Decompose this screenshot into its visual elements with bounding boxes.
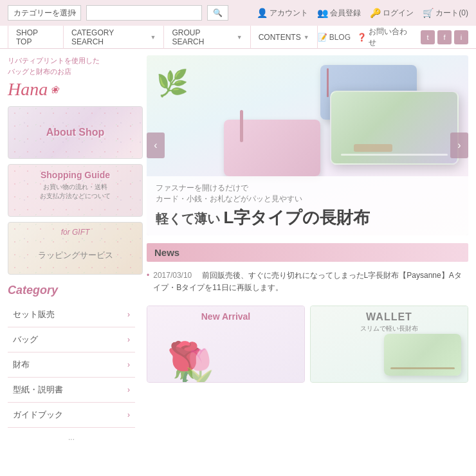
category-arrow-icon-1: › xyxy=(127,335,130,344)
header-left: カテゴリーを選択 🔍 xyxy=(8,5,228,21)
blog-link[interactable]: 📝 BLOG xyxy=(318,33,351,42)
sidebar: リバティプリントを使用した バッグと財布のお店 Hana ❀ About Sho… xyxy=(0,49,142,453)
flower-decoration: ❀ xyxy=(50,84,59,96)
search-button[interactable]: 🔍 xyxy=(207,5,228,21)
nav-bar: SHOP TOP CATEGORY SEARCH ▼ GROUP SEARCH … xyxy=(0,26,476,49)
login-label: ログイン xyxy=(383,8,414,19)
category-item-pattern[interactable]: 型紙・説明書 › xyxy=(8,378,135,403)
bag-image-2 xyxy=(330,91,459,165)
login-icon xyxy=(370,8,381,18)
register-label: 会員登録 xyxy=(330,8,361,19)
account-link[interactable]: アカウント xyxy=(257,8,308,19)
register-icon xyxy=(317,8,328,18)
news-text-0: 2017/03/10 前回販売後、すぐに売り切れになってしまったL字長財布【Pa… xyxy=(153,270,468,294)
category-item-set[interactable]: セット販売 › xyxy=(8,302,135,327)
social-icons: t f i xyxy=(421,30,468,44)
nav-contents[interactable]: CONTENTS ▼ xyxy=(251,26,318,49)
category-arrow-icon-4: › xyxy=(127,410,130,419)
rose-decoration-2: 🌷 xyxy=(179,350,219,382)
main-area: 🌿 ファスナーを開けるだけでカード・小銭・お札などがパッと見やすい 軽くて薄い … xyxy=(142,49,476,453)
news-item-0: • 2017/03/10 前回販売後、すぐに売り切れになってしまったL字長財布【… xyxy=(147,267,468,297)
shop-tagline: リバティプリントを使用した バッグと財布のお店 xyxy=(8,55,135,77)
category-item-guide[interactable]: ガイドブック › xyxy=(8,403,135,428)
slideshow: 🌿 ファスナーを開けるだけでカード・小銭・お札などがパッと見やすい 軽くて薄い … xyxy=(147,55,468,235)
inquiry-link[interactable]: ❓ お問い合わせ xyxy=(357,26,414,48)
facebook-icon[interactable]: f xyxy=(437,30,452,44)
category-arrow-icon-3: › xyxy=(127,385,130,394)
wallet-box[interactable]: WALLET スリムで軽い長財布 xyxy=(310,306,468,383)
more-category: ... xyxy=(8,428,135,447)
new-arrival-label: New Arrival xyxy=(201,311,251,322)
search-input[interactable] xyxy=(86,5,202,21)
category-arrow-icon-2: › xyxy=(127,360,130,369)
account-label: アカウント xyxy=(270,8,308,19)
nav-right: 📝 BLOG ❓ お問い合わせ t f i xyxy=(318,26,468,48)
plant-decoration: 🌿 xyxy=(156,68,188,98)
category-arrow-icon-0: › xyxy=(127,310,130,319)
category-title: Category xyxy=(8,284,135,297)
banner-shopping[interactable]: Shopping Guide お買い物の流れ・送料お支払方法などについて xyxy=(8,164,143,217)
nav-group-search[interactable]: GROUP SEARCH ▼ xyxy=(164,26,250,49)
main-content: リバティプリントを使用した バッグと財布のお店 Hana ❀ About Sho… xyxy=(0,49,476,453)
inquiry-icon: ❓ xyxy=(357,33,367,42)
slide-main-text: 軽くて薄い L字タイプの長財布 xyxy=(156,206,459,229)
shop-logo: Hana ❀ xyxy=(8,79,135,100)
category-section: Category セット販売 › バッグ › 財布 › 型紙・説明書 › ガイド… xyxy=(8,284,135,428)
login-link[interactable]: ログイン xyxy=(370,8,414,19)
about-banner-label: About Shop xyxy=(46,127,105,138)
gift-banner-for: for GIFT xyxy=(8,228,142,237)
bag-image-3 xyxy=(224,120,320,176)
news-bullet-icon: • xyxy=(147,270,149,294)
header-right: アカウント 会員登録 ログイン カート(0) xyxy=(257,8,468,19)
register-link[interactable]: 会員登録 xyxy=(317,8,361,19)
nav-category-search[interactable]: CATEGORY SEARCH ▼ xyxy=(64,26,164,49)
nav-left: SHOP TOP CATEGORY SEARCH ▼ GROUP SEARCH … xyxy=(8,26,318,49)
cart-link[interactable]: カート(0) xyxy=(423,8,468,19)
account-icon xyxy=(257,8,268,18)
category-item-wallet[interactable]: 財布 › xyxy=(8,352,135,378)
news-header: News xyxy=(147,243,468,262)
shopping-banner-label: Shopping Guide xyxy=(8,170,142,180)
cart-icon xyxy=(423,8,434,18)
wallet-label: WALLET xyxy=(366,311,412,323)
category-item-bag[interactable]: バッグ › xyxy=(8,327,135,352)
slide-prev-button[interactable]: ‹ xyxy=(147,133,165,158)
news-section: News • 2017/03/10 前回販売後、すぐに売り切れになってしまったL… xyxy=(147,243,468,297)
wallet-image-sim xyxy=(384,334,461,376)
group-search-arrow-icon: ▼ xyxy=(237,34,243,41)
contents-arrow-icon: ▼ xyxy=(304,34,309,41)
category-select-wrapper[interactable]: カテゴリーを選択 xyxy=(8,5,81,21)
banner-about[interactable]: About Shop xyxy=(8,106,143,159)
new-arrival-box[interactable]: 🌹 🌷 New Arrival xyxy=(147,306,305,383)
category-search-arrow-icon: ▼ xyxy=(150,34,156,41)
wallet-sub-label: スリムで軽い長財布 xyxy=(360,324,418,333)
bottom-section: 🌹 🌷 New Arrival WALLET スリムで軽い長財布 xyxy=(147,306,468,383)
header-top: カテゴリーを選択 🔍 アカウント 会員登録 ログイン カート(0) xyxy=(0,0,476,26)
twitter-icon[interactable]: t xyxy=(421,30,435,44)
blog-icon: 📝 xyxy=(318,33,327,42)
slide-next-button[interactable]: › xyxy=(450,133,468,158)
banner-gift[interactable]: for GIFT ラッピングサービス xyxy=(8,222,143,275)
cart-label: カート(0) xyxy=(435,8,468,19)
category-select[interactable]: カテゴリーを選択 xyxy=(8,5,81,21)
shopping-banner-sub: お買い物の流れ・送料お支払方法などについて xyxy=(8,183,142,201)
instagram-icon[interactable]: i xyxy=(454,30,468,44)
slide-sub-text: ファスナーを開けるだけでカード・小銭・お札などがパッと見やすい xyxy=(156,183,459,205)
gift-banner-sub: ラッピングサービス xyxy=(8,250,142,261)
slide-caption: ファスナーを開けるだけでカード・小銭・お札などがパッと見やすい 軽くて薄い L字… xyxy=(147,176,468,235)
nav-shop-top[interactable]: SHOP TOP xyxy=(8,26,64,49)
